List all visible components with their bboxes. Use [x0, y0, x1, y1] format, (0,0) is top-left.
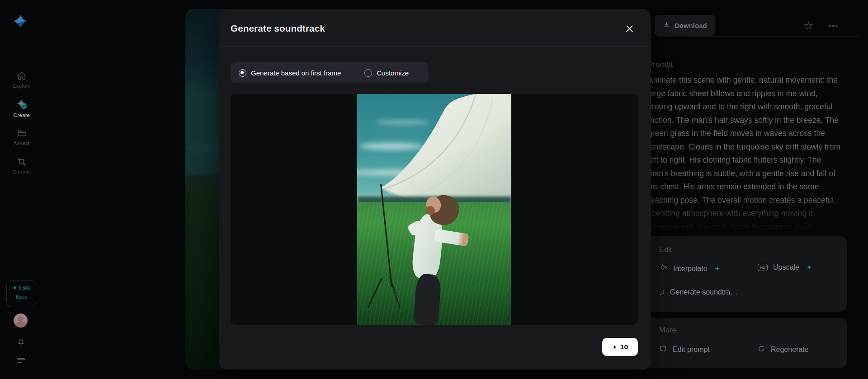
- sidebar-item-label: Canvas: [0, 169, 43, 174]
- premium-sparkle-icon: ✦: [807, 263, 812, 271]
- photo-man-pants: [413, 273, 441, 325]
- radio-selected-icon: [239, 69, 246, 77]
- regenerate-button[interactable]: Regenerate: [757, 345, 809, 355]
- interpolate-icon: [659, 263, 668, 274]
- hd-icon: HD: [758, 264, 768, 271]
- edit-section-card: Edit Interpolate ✦ HD Upscale ✦ ♫ Genera…: [639, 236, 847, 312]
- modal-header-divider: [219, 47, 651, 47]
- plan-name: Basic: [7, 294, 36, 299]
- music-note-icon: ♫: [659, 288, 665, 296]
- generate-soundtrack-button[interactable]: ♫ Generate soundtra…: [659, 288, 737, 296]
- bell-icon: [16, 340, 26, 348]
- prompt-section-label: Prompt: [648, 60, 673, 69]
- credits-plan-badge[interactable]: ✦ 8.9K Basic: [6, 280, 36, 307]
- sidebar-item-label: Assets: [0, 140, 43, 146]
- app-stage: Explore Create Assets: [0, 0, 868, 379]
- favorite-star-icon[interactable]: ☆: [803, 19, 814, 33]
- sidebar-item-create[interactable]: Create: [0, 98, 43, 118]
- generate-cost-button[interactable]: ✦ 10: [602, 338, 638, 356]
- sidebar-item-label: Explore: [0, 83, 43, 89]
- chat-pencil-icon: [659, 345, 667, 355]
- sidebar-item-canvas[interactable]: Canvas: [0, 157, 43, 174]
- spark-check-icon: [0, 98, 43, 110]
- radio-customize[interactable]: Customize: [364, 69, 409, 77]
- user-avatar[interactable]: [14, 313, 28, 328]
- folder-icon: [0, 128, 43, 138]
- download-button[interactable]: Download: [655, 15, 715, 36]
- queue-menu-button[interactable]: [17, 358, 26, 363]
- download-icon: [663, 21, 670, 30]
- first-frame-photo: [357, 94, 511, 325]
- notifications-button[interactable]: [16, 337, 26, 348]
- download-label: Download: [675, 22, 707, 29]
- app-logo-icon[interactable]: [12, 14, 29, 33]
- sidebar-item-explore[interactable]: Explore: [0, 71, 43, 89]
- sidebar-item-label: Create: [0, 112, 43, 118]
- soundtrack-mode-radio-group: Generate based on first frame Customize: [231, 62, 429, 83]
- edit-section-label: Edit: [659, 245, 672, 254]
- home-icon: [0, 71, 43, 81]
- sidebar: Explore Create Assets: [0, 0, 43, 379]
- edit-prompt-label: Edit prompt: [673, 346, 710, 354]
- radio-generate-first-frame[interactable]: Generate based on first frame: [239, 69, 341, 77]
- interpolate-button[interactable]: Interpolate ✦: [659, 263, 720, 274]
- more-options-icon[interactable]: •••: [829, 22, 839, 29]
- generate-soundtrack-modal: Generate soundtrack Generate based on fi…: [219, 9, 651, 370]
- radio-unselected-icon: [364, 69, 372, 77]
- prompt-text: Animate this scene with gentle, natural …: [648, 74, 844, 233]
- credits-amount: ✦ 8.9K: [7, 285, 36, 292]
- edit-prompt-button[interactable]: Edit prompt: [659, 345, 710, 355]
- modal-title: Generate soundtrack: [231, 23, 325, 34]
- generate-soundtrack-label: Generate soundtra…: [670, 288, 737, 296]
- sidebar-item-assets[interactable]: Assets: [0, 128, 43, 146]
- credit-cost: 10: [620, 343, 628, 351]
- upscale-button[interactable]: HD Upscale ✦: [758, 263, 812, 271]
- close-button[interactable]: [623, 23, 636, 36]
- crop-frame-icon: [0, 157, 43, 167]
- refresh-icon: [757, 345, 765, 355]
- radio-label: Customize: [377, 69, 409, 77]
- upscale-label: Upscale: [773, 263, 799, 271]
- more-section-card: More Edit prompt Regenerate: [639, 318, 847, 368]
- panel-divider: [639, 36, 860, 37]
- more-section-label: More: [659, 326, 676, 334]
- frame-preview-area: [231, 94, 638, 325]
- interpolate-label: Interpolate: [673, 265, 708, 273]
- sparkle-icon: ✦: [612, 344, 617, 351]
- close-icon: [625, 24, 634, 35]
- radio-label: Generate based on first frame: [251, 69, 341, 77]
- regenerate-label: Regenerate: [771, 346, 809, 354]
- premium-sparkle-icon: ✦: [715, 265, 721, 273]
- lines-icon: [17, 358, 26, 363]
